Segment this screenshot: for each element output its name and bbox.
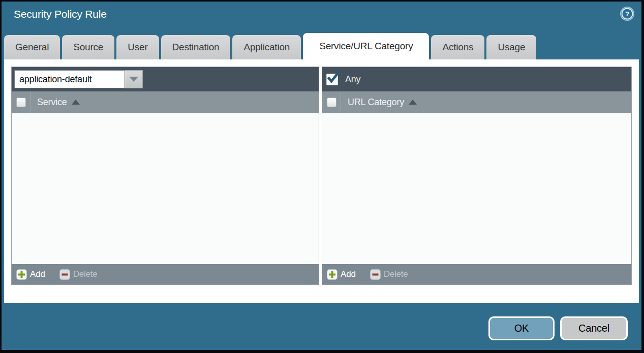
any-checkbox-label: Any — [345, 74, 360, 85]
service-type-dropdown-value[interactable]: application-default — [14, 70, 125, 88]
service-table-header: Service — [12, 91, 319, 113]
tab-user[interactable]: User — [116, 35, 159, 59]
tab-usage[interactable]: Usage — [486, 35, 536, 59]
service-panel-toolbar: application-default — [12, 67, 319, 91]
service-select-all-checkbox[interactable] — [16, 98, 26, 107]
url-category-panel-toolbar: Any — [322, 67, 631, 91]
service-table-body[interactable] — [12, 113, 319, 264]
svg-text:?: ? — [625, 10, 629, 18]
add-service-button[interactable]: Add — [16, 269, 45, 280]
tab-general[interactable]: General — [4, 35, 60, 59]
help-icon[interactable]: ? — [620, 6, 635, 21]
url-category-column-header[interactable]: URL Category — [348, 97, 404, 108]
security-policy-rule-dialog: Security Policy Rule ? General Source Us… — [2, 2, 641, 350]
url-category-table-body[interactable] — [322, 113, 631, 264]
service-type-dropdown[interactable]: application-default — [14, 70, 143, 88]
service-type-dropdown-button[interactable] — [125, 70, 143, 88]
tab-actions[interactable]: Actions — [431, 35, 484, 59]
tab-destination[interactable]: Destination — [161, 35, 231, 59]
tab-application[interactable]: Application — [232, 35, 301, 59]
delete-service-label: Delete — [73, 269, 98, 279]
tab-source[interactable]: Source — [62, 35, 114, 59]
any-checkbox[interactable] — [326, 74, 338, 85]
add-service-label: Add — [30, 269, 45, 279]
add-url-category-button[interactable]: Add — [327, 269, 356, 280]
dialog-body: application-default Service — [4, 59, 639, 303]
plus-icon — [327, 269, 338, 280]
page-title: Security Policy Rule — [14, 8, 107, 20]
service-column-header[interactable]: Service — [37, 97, 67, 108]
minus-icon — [59, 269, 70, 280]
sort-ascending-icon — [72, 100, 80, 105]
plus-icon — [16, 269, 27, 280]
cancel-button[interactable]: Cancel — [560, 316, 628, 340]
delete-url-category-label: Delete — [384, 269, 408, 279]
delete-url-category-button[interactable]: Delete — [370, 269, 408, 280]
chevron-down-icon — [129, 77, 138, 82]
add-url-category-label: Add — [341, 269, 356, 279]
tab-bar: General Source User Destination Applicat… — [4, 33, 536, 59]
sort-ascending-icon — [409, 100, 417, 105]
delete-service-button[interactable]: Delete — [59, 269, 98, 280]
url-category-panel-footer: Add Delete — [322, 264, 631, 284]
service-panel-footer: Add Delete — [12, 264, 319, 284]
url-category-select-all-checkbox[interactable] — [327, 98, 336, 107]
url-category-panel: Any URL Category — [322, 67, 632, 285]
url-category-table-header: URL Category — [322, 91, 631, 113]
tab-service-url-category[interactable]: Service/URL Category — [303, 33, 429, 59]
ok-button[interactable]: OK — [488, 316, 555, 340]
service-panel: application-default Service — [11, 67, 319, 285]
minus-icon — [370, 269, 381, 280]
